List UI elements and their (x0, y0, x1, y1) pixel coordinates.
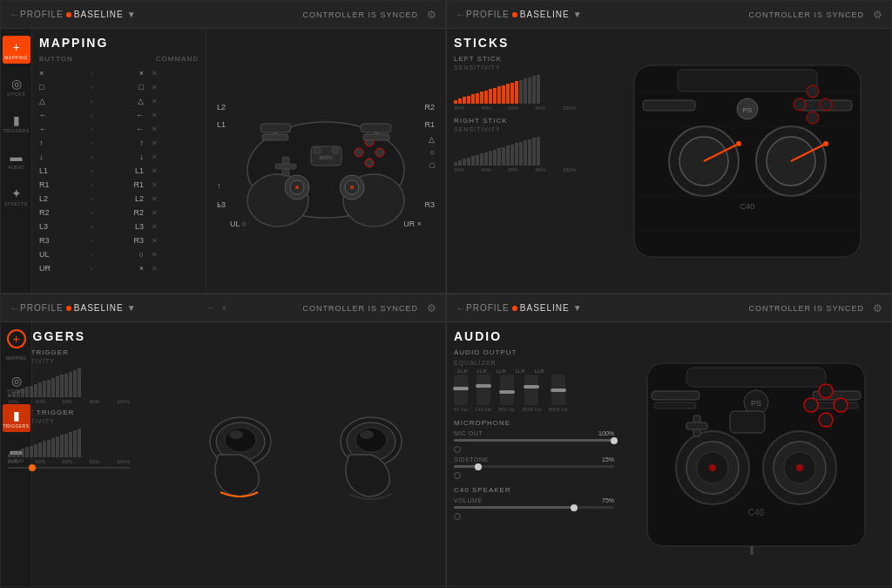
eq-freq-2: 143 Hz (475, 407, 491, 412)
svg-text:PS: PS (743, 106, 753, 114)
ltbar-13 (60, 375, 64, 397)
q4-back-arrow[interactable]: ← (456, 302, 466, 314)
svg-text:C40: C40 (748, 508, 765, 517)
map-row-x[interactable]: × › × ✕ (39, 66, 199, 80)
q4-profile-label: PROFILE (466, 303, 510, 313)
svg-point-21 (295, 186, 299, 189)
q1-sidebar-mapping[interactable]: + MAPPING (3, 36, 30, 64)
cmd-left2: ← (100, 125, 144, 133)
svg-point-62 (709, 464, 716, 471)
audio-output-section: AUDIO OUTPUT EQUALIZER ELR LLR LLR LLR L… (454, 348, 614, 412)
eq-track-1[interactable] (454, 375, 468, 405)
q4-gear-icon[interactable]: ⚙ (873, 302, 882, 314)
mic-out-slider[interactable] (454, 439, 614, 442)
svg-point-31 (823, 141, 828, 146)
eq-handle-5[interactable] (551, 389, 566, 392)
rtbar-3 (17, 450, 20, 457)
mic-out-row: MIC OUT 100% (454, 430, 614, 436)
sticks-title: STICKS (454, 36, 597, 50)
mic-checkbox[interactable] (454, 446, 461, 453)
map-row-left1[interactable]: ← › ← ✕ (39, 108, 199, 122)
q3-back-arrow[interactable]: ← (10, 302, 20, 314)
q1-gear-icon[interactable]: ⚙ (427, 9, 436, 21)
ltbar-6 (30, 386, 33, 397)
map-row-ul[interactable]: UL › ○ ✕ (39, 247, 199, 261)
map-row-l3[interactable]: L3 › L3 ✕ (39, 220, 199, 233)
eq-handle-3[interactable] (499, 390, 515, 394)
mic-out-value: 100% (598, 430, 614, 436)
rt-lbl-100: 100% (117, 459, 130, 464)
q1-sidebar-triggers[interactable]: ▮ TRIGGERS (3, 109, 30, 137)
map-row-sq[interactable]: □ › □ ✕ (39, 80, 199, 94)
eq-handle-1[interactable] (453, 387, 469, 390)
map-row-tri[interactable]: △ › △ ✕ (39, 94, 199, 108)
q1-main: MAPPING BUTTON COMMAND × › × ✕ □ › □ ✕ △… (32, 29, 445, 293)
map-row-r2[interactable]: R2 › R2 ✕ (39, 206, 199, 220)
q2-gear-icon[interactable]: ⚙ (873, 9, 882, 21)
rbar-1 (454, 162, 457, 166)
rtbar-11 (51, 438, 55, 457)
q4-dropdown-arrow[interactable]: ▼ (573, 303, 582, 313)
q3-minimize-btn[interactable]: − (206, 303, 216, 313)
q1-profile-dot (66, 12, 71, 17)
svg-rect-4 (275, 164, 296, 169)
eq-band-3: 805 Hz (498, 375, 515, 412)
q1-sidebar-effects[interactable]: ✦ EFFECTS (3, 182, 30, 210)
q2-dropdown-arrow[interactable]: ▼ (573, 10, 582, 19)
map-row-r3[interactable]: R3 › R3 ✕ (39, 233, 199, 247)
q1-baseline-label[interactable]: BASELINE (74, 10, 124, 19)
arrow-ul: › (83, 251, 100, 259)
svg-rect-77 (730, 411, 765, 433)
btn-l3: L3 (39, 222, 83, 231)
bar-12 (502, 85, 505, 104)
rt-slider-handle[interactable] (29, 464, 36, 471)
q3-baseline-label[interactable]: BASELINE (74, 303, 124, 313)
sticks-icon: ◎ (11, 77, 22, 91)
mic-out-handle[interactable] (611, 437, 618, 444)
label-square: □ (430, 161, 435, 170)
map-row-l2[interactable]: L2 › L2 ✕ (39, 192, 199, 206)
q3-add-button[interactable]: + (7, 329, 26, 348)
label-l3: L3 (217, 200, 226, 209)
q1-sidebar-audio[interactable]: ▬ AUDIO (3, 145, 30, 173)
map-row-left2[interactable]: ← › ← ✕ (39, 122, 199, 136)
svg-point-41 (807, 112, 819, 124)
q1-dropdown-arrow[interactable]: ▼ (127, 10, 136, 19)
map-row-l1[interactable]: L1 › L1 ✕ (39, 164, 199, 178)
right-trigger-svg (332, 407, 410, 503)
map-row-ur[interactable]: UR › × ✕ (39, 261, 199, 275)
right-stick-sens-label: SENSITIVITY (454, 126, 597, 132)
q2-back-arrow[interactable]: ← (456, 9, 466, 21)
q1-back-arrow[interactable]: ← (10, 9, 20, 21)
eq-band-5: 8005 Hz (548, 375, 567, 412)
eq-track-5[interactable] (551, 375, 565, 405)
map-row-down[interactable]: ↓ › ↓ ✕ (39, 150, 199, 164)
q1-sidebar-sticks[interactable]: ◎ STICKS (3, 72, 30, 100)
cmd-l3: L3 (100, 222, 144, 231)
close-sq: ✕ (144, 84, 158, 91)
eq-track-3[interactable] (500, 375, 514, 405)
eq-handle-4[interactable] (524, 385, 539, 389)
sidetone-slider[interactable] (454, 465, 614, 468)
q3-dropdown-arrow[interactable]: ▼ (127, 303, 136, 313)
q4-baseline-label[interactable]: BASELINE (520, 303, 570, 313)
bar-3 (463, 97, 466, 104)
volume-handle[interactable] (571, 504, 578, 511)
svg-text:PS: PS (751, 399, 761, 408)
ltbar-8 (38, 382, 42, 397)
q3-gear-icon[interactable]: ⚙ (427, 302, 436, 314)
sidetone-handle[interactable] (475, 463, 482, 470)
map-row-up[interactable]: ↑ › ↑ ✕ (39, 136, 199, 150)
q3-close-btn[interactable]: × (220, 303, 230, 313)
eq-track-2[interactable] (476, 375, 490, 405)
sidetone-checkbox[interactable] (454, 472, 461, 479)
svg-point-71 (819, 413, 833, 427)
rbar-12 (502, 147, 505, 166)
volume-checkbox[interactable] (454, 513, 461, 520)
map-row-r1[interactable]: R1 › R1 ✕ (39, 178, 199, 192)
q2-baseline-label[interactable]: BASELINE (520, 10, 570, 19)
eq-track-4[interactable] (524, 375, 538, 405)
eq-handle-2[interactable] (476, 384, 491, 388)
close-r2: ✕ (144, 209, 158, 217)
volume-slider[interactable] (454, 506, 614, 509)
